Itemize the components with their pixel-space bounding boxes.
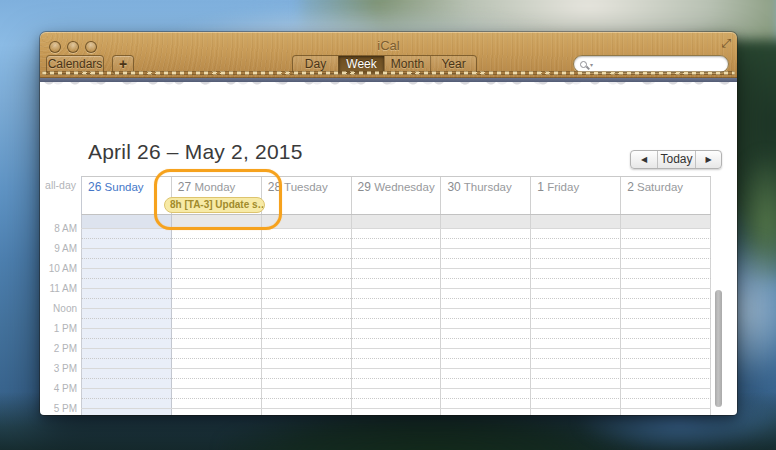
day-number: 29 [358, 180, 371, 194]
time-label: 3 PM [40, 363, 77, 374]
time-label: 2 PM [40, 343, 77, 354]
day-number: 27 [178, 180, 191, 194]
day-number: 1 [537, 180, 544, 194]
today-button[interactable]: Today [657, 151, 695, 168]
desktop: iCal Calendars + DayWeekMonthYear ▾ ⤢ Ap… [0, 0, 776, 450]
time-label: 5 PM [40, 403, 77, 414]
day-name: Friday [547, 181, 579, 193]
time-gutter: 8 AM9 AM10 AM11 AMNoon1 PM2 PM3 PM4 PM5 … [40, 215, 77, 415]
titlebar[interactable]: iCal Calendars + DayWeekMonthYear ▾ ⤢ [40, 32, 737, 78]
day-column[interactable] [262, 215, 352, 415]
day-number: 26 [88, 180, 101, 194]
day-name: Sunday [105, 181, 144, 193]
date-nav: ◀ Today ▶ [630, 150, 722, 169]
prev-week-button[interactable]: ◀ [631, 151, 657, 168]
background-hillside [735, 150, 776, 300]
day-column[interactable] [82, 215, 172, 415]
day-header: 30 Thursday [441, 177, 531, 214]
ical-window: iCal Calendars + DayWeekMonthYear ▾ ⤢ Ap… [40, 32, 737, 415]
day-number: 30 [447, 180, 460, 194]
time-label: Noon [40, 303, 77, 314]
time-label: 10 AM [40, 263, 77, 274]
date-range-title: April 26 – May 2, 2015 [88, 140, 303, 164]
day-name: Thursday [464, 181, 512, 193]
search-icon [580, 61, 587, 68]
next-week-button[interactable]: ▶ [695, 151, 721, 168]
calendar-paper: April 26 – May 2, 2015 ◀ Today ▶ all-day… [40, 82, 737, 415]
leather-stitching [42, 71, 735, 75]
day-header: 2 Saturday [621, 177, 711, 214]
day-number: 28 [268, 180, 281, 194]
window-title: iCal [40, 38, 737, 53]
fullscreen-icon[interactable]: ⤢ [721, 37, 731, 49]
all-day-event[interactable]: 8h [TA-3] Update s… [164, 197, 265, 213]
time-label: 11 AM [40, 283, 77, 294]
time-label: 4 PM [40, 383, 77, 394]
day-name: Tuesday [284, 181, 328, 193]
day-name: Saturday [637, 181, 683, 193]
day-columns [81, 215, 711, 415]
day-header: 26 Sunday [82, 177, 172, 214]
day-column[interactable] [441, 215, 531, 415]
day-column[interactable] [172, 215, 262, 415]
day-name: Monday [194, 181, 235, 193]
day-column[interactable] [531, 215, 621, 415]
day-column[interactable] [352, 215, 442, 415]
day-header: 29 Wednesday [352, 177, 442, 214]
time-label: 8 AM [40, 223, 77, 234]
day-name: Wednesday [374, 181, 435, 193]
day-column[interactable] [621, 215, 711, 415]
day-number: 2 [627, 180, 634, 194]
torn-paper-edge [40, 82, 737, 89]
time-label: 9 AM [40, 243, 77, 254]
day-header: 1 Friday [531, 177, 621, 214]
all-day-label: all-day [40, 179, 76, 191]
time-label: 1 PM [40, 323, 77, 334]
scrollbar-thumb[interactable] [715, 290, 722, 407]
search-input[interactable] [593, 57, 722, 71]
day-header: 28 Tuesday [262, 177, 352, 214]
